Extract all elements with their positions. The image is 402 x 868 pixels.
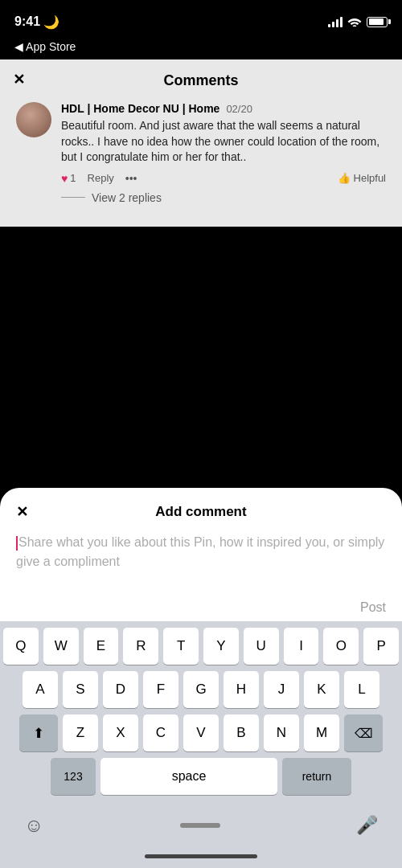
post-button-row: Post <box>0 597 402 621</box>
battery-icon <box>367 17 388 27</box>
comment-text: Beautiful room. And just aware that the … <box>61 118 386 166</box>
keyboard: Q W E R T Y U I O P A S D F G H J K L ⬆ … <box>0 621 402 805</box>
comment-actions: ♥ 1 Reply ••• 👍 Helpful <box>61 172 386 185</box>
home-bar <box>145 854 257 858</box>
reply-button[interactable]: Reply <box>88 172 114 184</box>
key-f[interactable]: F <box>143 671 178 708</box>
key-x[interactable]: X <box>103 714 138 751</box>
key-a[interactable]: A <box>23 671 58 708</box>
numbers-key[interactable]: 123 <box>51 758 96 795</box>
keyboard-row-3: ⬆ Z X C V B N M ⌫ <box>3 714 399 751</box>
comment-input-area[interactable]: Share what you like about this Pin, how … <box>0 533 402 597</box>
key-h[interactable]: H <box>224 671 259 708</box>
comment-username: HDL | Home Decor NU | Home <box>61 102 219 115</box>
view-replies-label: View 2 replies <box>92 191 162 204</box>
sheet-close-button[interactable]: ✕ <box>16 503 28 521</box>
key-z[interactable]: Z <box>63 714 98 751</box>
comments-title: Comments <box>16 72 386 89</box>
backspace-key[interactable]: ⌫ <box>344 714 383 751</box>
key-m[interactable]: M <box>304 714 339 751</box>
nav-bar: ◀ App Store <box>0 39 402 59</box>
divider-line <box>61 197 85 198</box>
key-u[interactable]: U <box>244 628 279 665</box>
shift-key[interactable]: ⬆ <box>19 714 58 751</box>
back-button[interactable]: ◀ App Store <box>14 40 76 53</box>
key-c[interactable]: C <box>143 714 178 751</box>
comment-body: HDL | Home Decor NU | Home 02/20 Beautif… <box>61 102 386 204</box>
key-i[interactable]: I <box>284 628 319 665</box>
key-t[interactable]: T <box>163 628 199 665</box>
key-o[interactable]: O <box>323 628 359 665</box>
home-indicator-bar <box>0 850 402 868</box>
key-l[interactable]: L <box>344 671 379 708</box>
keyboard-row-2: A S D F G H J K L <box>3 671 399 708</box>
key-v[interactable]: V <box>183 714 219 751</box>
add-comment-sheet: ✕ Add comment Share what you like about … <box>0 488 402 868</box>
status-right <box>328 15 388 29</box>
post-button[interactable]: Post <box>360 600 386 615</box>
comments-close-button[interactable]: ✕ <box>13 71 25 88</box>
comment-header: HDL | Home Decor NU | Home 02/20 <box>61 102 386 115</box>
key-j[interactable]: J <box>264 671 299 708</box>
comment-placeholder: Share what you like about this Pin, how … <box>16 535 384 568</box>
text-cursor <box>16 536 18 551</box>
key-d[interactable]: D <box>103 671 138 708</box>
back-label: ◀ App Store <box>14 40 76 53</box>
avatar <box>16 102 51 137</box>
comments-panel: ✕ Comments HDL | Home Decor NU | Home 02… <box>0 59 402 227</box>
wifi-icon <box>347 15 362 29</box>
view-replies-button[interactable]: View 2 replies <box>61 191 386 204</box>
sheet-title: Add comment <box>155 504 246 520</box>
keyboard-row-1: Q W E R T Y U I O P <box>3 628 399 665</box>
keyboard-row-4: 123 space return <box>3 758 399 795</box>
heart-icon: ♥ <box>61 172 68 185</box>
return-key[interactable]: return <box>282 758 351 795</box>
space-key[interactable]: space <box>100 758 277 795</box>
time-label: 9:41 <box>14 14 40 29</box>
status-bar: 9:41 🌙 <box>0 0 402 39</box>
key-p[interactable]: P <box>363 628 399 665</box>
comment-date: 02/20 <box>226 103 252 115</box>
status-time: 9:41 🌙 <box>14 14 59 30</box>
key-e[interactable]: E <box>84 628 119 665</box>
key-y[interactable]: Y <box>203 628 239 665</box>
more-options-button[interactable]: ••• <box>125 172 137 185</box>
helpful-label: Helpful <box>354 172 386 184</box>
key-k[interactable]: K <box>304 671 339 708</box>
key-g[interactable]: G <box>183 671 219 708</box>
signal-icon <box>328 16 343 27</box>
key-w[interactable]: W <box>43 628 79 665</box>
key-b[interactable]: B <box>224 714 259 751</box>
like-count: 1 <box>70 172 76 184</box>
key-n[interactable]: N <box>264 714 299 751</box>
home-indicator-button[interactable] <box>180 823 220 828</box>
key-q[interactable]: Q <box>3 628 39 665</box>
key-r[interactable]: R <box>123 628 158 665</box>
key-s[interactable]: S <box>63 671 98 708</box>
emoji-button[interactable]: ☺ <box>24 814 44 837</box>
moon-icon: 🌙 <box>43 14 59 30</box>
sheet-header: ✕ Add comment <box>0 504 402 520</box>
mic-button[interactable]: 🎤 <box>356 815 378 836</box>
comment-item: HDL | Home Decor NU | Home 02/20 Beautif… <box>16 102 386 204</box>
thumbs-up-icon: 👍 <box>338 172 351 184</box>
like-button[interactable]: ♥ 1 <box>61 172 76 185</box>
helpful-button[interactable]: 👍 Helpful <box>338 172 386 184</box>
bottom-bar: ☺ 🎤 <box>0 805 402 850</box>
